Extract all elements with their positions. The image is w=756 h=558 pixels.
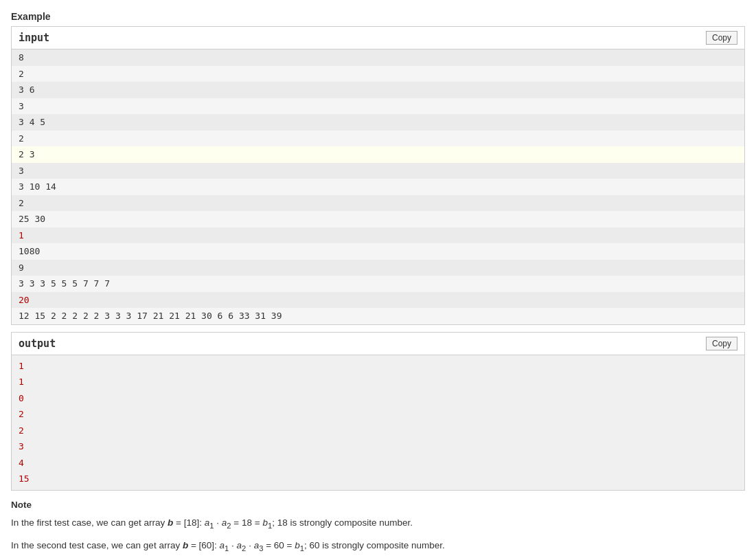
input-header: input Copy	[12, 27, 744, 49]
output-row: 2	[12, 406, 744, 423]
output-body: 1 1 0 2 2 3 4 15	[12, 355, 744, 490]
output-row: 4	[12, 455, 744, 471]
output-row: 1	[12, 358, 744, 375]
input-row: 8	[12, 49, 744, 66]
output-row: 15	[12, 471, 744, 487]
example-label: Example	[11, 11, 745, 22]
output-row: 2	[12, 423, 744, 439]
input-row: 1080	[12, 243, 744, 260]
output-row: 0	[12, 390, 744, 407]
output-row: 3	[12, 438, 744, 455]
input-label: input	[19, 32, 49, 44]
output-copy-button[interactable]: Copy	[706, 337, 737, 350]
input-row: 3 3 3 5 5 5 7 7 7	[12, 276, 744, 292]
note-section: Note In the first test case, we can get …	[11, 498, 745, 559]
input-row: 2	[12, 131, 744, 147]
input-row: 12 15 2 2 2 2 2 3 3 3 17 21 21 21 30 6 6…	[12, 308, 744, 324]
input-row: 3 10 14	[12, 179, 744, 195]
output-header: output Copy	[12, 333, 744, 355]
input-row: 9	[12, 260, 744, 276]
input-row: 3 6	[12, 82, 744, 98]
input-container: input Copy 8 2 3 6 3 3 4 5 2 2 3 3 3 10 …	[11, 26, 745, 325]
input-row: 2	[12, 66, 744, 82]
input-row: 2 3	[12, 146, 744, 163]
input-row: 20	[12, 292, 744, 309]
output-row: 1	[12, 374, 744, 390]
input-row: 3	[12, 163, 744, 179]
input-row: 2	[12, 195, 744, 212]
input-row: 3 4 5	[12, 114, 744, 131]
input-row: 1	[12, 227, 744, 244]
output-label: output	[19, 337, 56, 350]
note-para-1: In the first test case, we can get array…	[11, 515, 745, 533]
note-title: Note	[11, 498, 745, 513]
input-row: 3	[12, 98, 744, 115]
input-row: 25 30	[12, 211, 744, 227]
input-body: 8 2 3 6 3 3 4 5 2 2 3 3 3 10 14 2 25 30 …	[12, 49, 744, 324]
input-copy-button[interactable]: Copy	[706, 31, 737, 45]
output-container: output Copy 1 1 0 2 2 3 4 15	[11, 332, 745, 491]
note-para-2: In the second test case, we can get arra…	[11, 538, 745, 555]
